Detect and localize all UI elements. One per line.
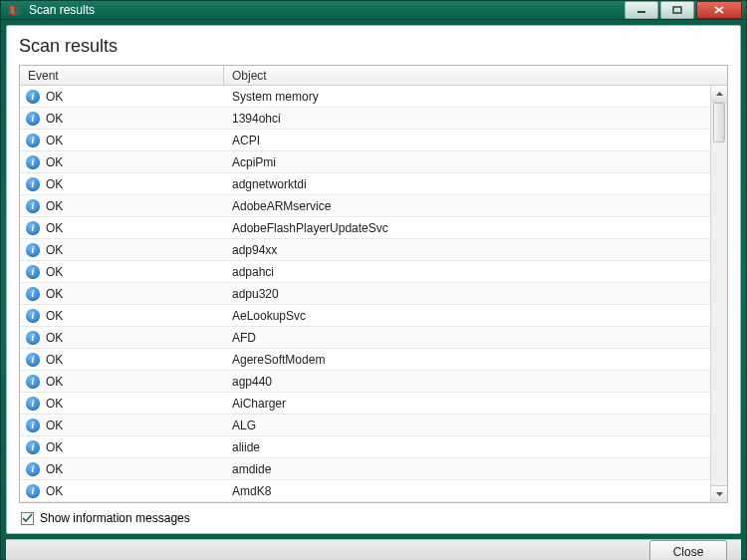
window-buttons <box>622 1 742 19</box>
content-area: Scan results Event Object iOKSystem memo… <box>6 25 741 534</box>
cell-object: agp440 <box>224 375 710 389</box>
cell-object: adp94xx <box>224 243 710 257</box>
table-body: iOKSystem memoryiOK1394ohciiOKACPIiOKAcp… <box>20 86 710 502</box>
column-header-object[interactable]: Object <box>224 66 727 85</box>
event-status: OK <box>46 353 63 367</box>
scroll-track[interactable] <box>711 103 727 485</box>
info-icon: i <box>26 112 40 126</box>
maximize-button[interactable] <box>660 1 694 19</box>
table-row[interactable]: iOK1394ohci <box>20 108 710 130</box>
table-header: Event Object <box>20 66 727 86</box>
cell-object: AeLookupSvc <box>224 309 710 323</box>
table-row[interactable]: iOKAcpiPmi <box>20 151 710 173</box>
cell-object: AdobeARMservice <box>224 199 710 213</box>
cell-object: amdide <box>224 462 710 476</box>
cell-event: iOK <box>20 484 224 498</box>
window-title: Scan results <box>29 3 622 17</box>
event-status: OK <box>46 440 63 454</box>
event-status: OK <box>46 462 63 476</box>
event-status: OK <box>46 221 63 235</box>
table-row[interactable]: iOKAiCharger <box>20 393 710 415</box>
info-icon: i <box>26 134 40 147</box>
app-window: Scan results Scan results Event Object i… <box>0 0 747 560</box>
info-icon: i <box>26 419 40 432</box>
info-icon: i <box>26 221 40 235</box>
table-row[interactable]: iOKAdobeFlashPlayerUpdateSvc <box>20 217 710 239</box>
event-status: OK <box>46 199 63 213</box>
info-icon: i <box>26 309 40 323</box>
info-icon: i <box>26 177 40 191</box>
scroll-thumb[interactable] <box>713 103 725 142</box>
event-status: OK <box>46 243 63 257</box>
page-title: Scan results <box>19 36 728 57</box>
table-row[interactable]: iOKamdide <box>20 458 710 480</box>
cell-event: iOK <box>20 90 224 104</box>
table-row[interactable]: iOKSystem memory <box>20 86 710 108</box>
cell-event: iOK <box>20 375 224 389</box>
vertical-scrollbar[interactable] <box>710 86 727 502</box>
cell-event: iOK <box>20 134 224 147</box>
show-info-label[interactable]: Show information messages <box>40 511 190 525</box>
info-icon: i <box>26 90 40 104</box>
cell-object: adgnetworktdi <box>224 177 710 191</box>
info-icon: i <box>26 199 40 213</box>
table-row[interactable]: iOKadgnetworktdi <box>20 173 710 195</box>
cell-object: ACPI <box>224 134 710 147</box>
table-row[interactable]: iOKALG <box>20 415 710 436</box>
cell-object: AgereSoftModem <box>224 353 710 367</box>
event-status: OK <box>46 484 63 498</box>
event-status: OK <box>46 287 63 301</box>
info-icon: i <box>26 462 40 476</box>
close-button[interactable]: Close <box>649 540 727 560</box>
table-row[interactable]: iOKAmdK8 <box>20 480 710 502</box>
cell-event: iOK <box>20 462 224 476</box>
cell-object: AiCharger <box>224 397 710 411</box>
event-status: OK <box>46 331 63 345</box>
app-icon <box>7 2 23 18</box>
event-status: OK <box>46 375 63 389</box>
cell-object: AFD <box>224 331 710 345</box>
cell-event: iOK <box>20 243 224 257</box>
cell-event: iOK <box>20 265 224 279</box>
table-row[interactable]: iOKaliide <box>20 436 710 458</box>
show-info-checkbox[interactable] <box>21 512 34 525</box>
cell-object: AmdK8 <box>224 484 710 498</box>
table-row[interactable]: iOKAFD <box>20 327 710 349</box>
table-row[interactable]: iOKAdobeARMservice <box>20 195 710 217</box>
cell-event: iOK <box>20 397 224 411</box>
table-row[interactable]: iOKadp94xx <box>20 239 710 261</box>
close-window-button[interactable] <box>696 1 742 19</box>
cell-event: iOK <box>20 419 224 432</box>
table-row[interactable]: iOKAeLookupSvc <box>20 305 710 327</box>
footer-bar: Close <box>6 539 741 560</box>
event-status: OK <box>46 177 63 191</box>
event-status: OK <box>46 90 63 104</box>
event-status: OK <box>46 134 63 147</box>
event-status: OK <box>46 309 63 323</box>
cell-object: adpahci <box>224 265 710 279</box>
info-icon: i <box>26 375 40 389</box>
titlebar[interactable]: Scan results <box>1 1 746 20</box>
table-row[interactable]: iOKadpu320 <box>20 283 710 305</box>
cell-event: iOK <box>20 199 224 213</box>
cell-event: iOK <box>20 353 224 367</box>
cell-object: adpu320 <box>224 287 710 301</box>
scroll-up-arrow[interactable] <box>711 86 727 103</box>
cell-object: 1394ohci <box>224 112 710 126</box>
table-row[interactable]: iOKadpahci <box>20 261 710 283</box>
info-icon: i <box>26 484 40 498</box>
cell-event: iOK <box>20 331 224 345</box>
cell-event: iOK <box>20 440 224 454</box>
cell-event: iOK <box>20 177 224 191</box>
table-row[interactable]: iOKagp440 <box>20 371 710 393</box>
table-row[interactable]: iOKACPI <box>20 130 710 151</box>
column-header-event[interactable]: Event <box>20 66 224 85</box>
minimize-button[interactable] <box>624 1 658 19</box>
event-status: OK <box>46 397 63 411</box>
cell-event: iOK <box>20 155 224 169</box>
table-row[interactable]: iOKAgereSoftModem <box>20 349 710 371</box>
results-table: Event Object iOKSystem memoryiOK1394ohci… <box>19 65 728 503</box>
scroll-down-arrow[interactable] <box>711 485 727 502</box>
info-icon: i <box>26 265 40 279</box>
svg-rect-1 <box>673 7 681 13</box>
